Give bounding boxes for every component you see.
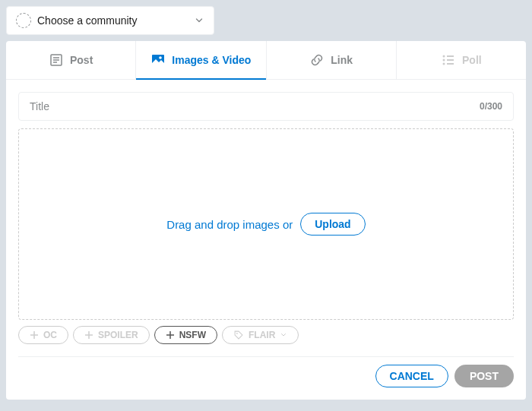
media-dropzone[interactable]: Drag and drop images or Upload (18, 128, 514, 320)
link-icon (309, 52, 325, 68)
dropzone-text: Drag and drop images or (166, 218, 293, 231)
nsfw-tag-button[interactable]: NSFW (154, 326, 217, 344)
svg-point-6 (443, 55, 445, 58)
upload-button[interactable]: Upload (300, 213, 365, 236)
tab-link[interactable]: Link (267, 41, 397, 79)
tab-images-label: Images & Video (172, 54, 251, 66)
post-card: Post Images & Video Link Poll 0/300 (6, 41, 526, 400)
plus-icon (84, 330, 93, 340)
tag-icon (233, 330, 244, 340)
cancel-button[interactable]: CANCEL (375, 365, 448, 387)
tab-post[interactable]: Post (6, 41, 136, 79)
nsfw-label: NSFW (179, 330, 206, 340)
community-selector-left: Choose a community (16, 13, 138, 28)
oc-tag-button: OC (18, 326, 68, 344)
tabs: Post Images & Video Link Poll (6, 41, 526, 80)
post-icon (49, 52, 64, 68)
chevron-down-icon (194, 15, 204, 26)
post-button: POST (454, 365, 514, 387)
community-placeholder-icon (16, 13, 31, 28)
community-selector[interactable]: Choose a community (6, 6, 214, 35)
chevron-down-icon (280, 331, 287, 339)
svg-point-10 (443, 63, 445, 65)
image-icon (150, 52, 166, 68)
tag-row: OC SPOILER NSFW FLAIR (18, 320, 514, 357)
title-input[interactable] (30, 100, 480, 112)
tab-link-label: Link (331, 54, 353, 66)
community-placeholder-text: Choose a community (37, 14, 138, 27)
flair-label: FLAIR (249, 330, 275, 340)
spoiler-tag-button: SPOILER (73, 326, 150, 344)
flair-tag-button: FLAIR (222, 326, 299, 344)
spoiler-label: SPOILER (98, 330, 138, 340)
tab-post-label: Post (70, 54, 93, 66)
tab-poll: Poll (397, 41, 526, 79)
title-char-count: 0/300 (480, 101, 502, 112)
tab-images-video[interactable]: Images & Video (136, 41, 266, 79)
plus-icon (30, 330, 39, 340)
svg-point-5 (160, 56, 163, 59)
tab-poll-label: Poll (462, 54, 482, 66)
title-field-wrapper: 0/300 (18, 92, 514, 121)
poll-icon (441, 52, 456, 68)
svg-point-8 (443, 59, 445, 62)
oc-label: OC (43, 330, 57, 340)
content-area: 0/300 Drag and drop images or Upload OC … (6, 80, 526, 400)
svg-point-18 (236, 333, 238, 334)
footer-actions: CANCEL POST (18, 357, 514, 387)
community-bar: Choose a community (0, 0, 532, 41)
plus-icon (166, 330, 175, 340)
